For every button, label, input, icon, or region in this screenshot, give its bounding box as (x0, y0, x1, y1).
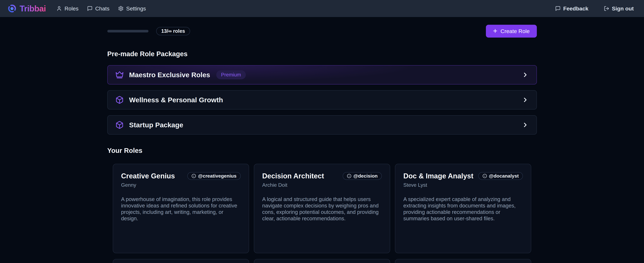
nav-item-label: Chats (95, 5, 110, 12)
sign-out-button[interactable]: Sign out (604, 5, 634, 12)
create-role-button[interactable]: + Create Role (486, 25, 537, 37)
package-icon (115, 96, 124, 104)
chat-icon (87, 6, 92, 11)
role-title: Creative Genius (121, 172, 175, 180)
main-content: 13/∞ roles + Create Role Pre-made Role P… (107, 25, 537, 263)
card-header: Decision Architect @decision (262, 172, 382, 180)
feedback-label: Feedback (563, 5, 588, 12)
roles-count-badge: 13/∞ roles (156, 27, 190, 35)
package-title: Startup Package (129, 121, 183, 129)
chevron-right-icon[interactable] (522, 121, 529, 128)
gear-icon (118, 6, 124, 11)
role-subtitle: Genny (121, 182, 241, 188)
package-icon (115, 121, 124, 129)
role-subtitle: Steve Lyst (403, 182, 523, 188)
roles-grid-next-row (107, 259, 537, 263)
role-handle: @docanalyst (489, 173, 519, 179)
role-card-decision-architect[interactable]: Decision Architect @decision Archie Doit… (254, 164, 390, 253)
package-row-wellness[interactable]: Wellness & Personal Growth (107, 90, 537, 109)
info-icon (482, 174, 487, 178)
role-card-partial[interactable] (395, 259, 531, 263)
roles-grid: Creative Genius @creativegenius Genny A … (107, 164, 537, 253)
chat-icon (555, 6, 560, 11)
create-role-label: Create Role (500, 28, 530, 34)
role-title: Decision Architect (262, 172, 324, 180)
tribbai-logo-icon (8, 4, 16, 13)
card-header: Creative Genius @creativegenius (121, 172, 241, 180)
crown-icon (115, 71, 124, 79)
package-row-startup[interactable]: Startup Package (107, 115, 537, 135)
your-roles-heading: Your Roles (107, 147, 537, 154)
role-description: A specialized expert capable of analyzin… (403, 196, 523, 222)
package-row-maestro[interactable]: Maestro Exclusive Roles Premium (107, 65, 537, 84)
premium-badge: Premium (216, 70, 246, 79)
user-icon (56, 6, 62, 11)
package-title: Maestro Exclusive Roles (129, 71, 210, 79)
feedback-button[interactable]: Feedback (555, 5, 588, 12)
chevron-right-icon[interactable] (522, 96, 529, 103)
main-nav: Roles Chats Settings (56, 5, 146, 12)
premade-packages-heading: Pre-made Role Packages (107, 50, 537, 58)
sign-out-label: Sign out (612, 5, 634, 12)
roles-toolbar: 13/∞ roles + Create Role (107, 25, 537, 37)
brand-name: Tribbai (20, 4, 46, 13)
role-card-partial[interactable] (113, 259, 249, 263)
role-description: A logical and structured guide that help… (262, 196, 382, 222)
role-handle-badge[interactable]: @creativegenius (187, 172, 240, 180)
role-subtitle: Archie Doit (262, 182, 382, 188)
role-handle-badge[interactable]: @decision (343, 172, 382, 180)
role-card-partial[interactable] (254, 259, 390, 263)
nav-item-roles[interactable]: Roles (56, 5, 78, 12)
role-handle: @creativegenius (198, 173, 236, 179)
brand[interactable]: Tribbai (8, 4, 46, 13)
package-title: Wellness & Personal Growth (129, 96, 223, 104)
top-nav: Tribbai Roles Chats Settings Feedba (0, 0, 644, 17)
role-card-creative-genius[interactable]: Creative Genius @creativegenius Genny A … (113, 164, 249, 253)
logout-icon (604, 6, 609, 11)
role-card-doc-image-analyst[interactable]: Doc & Image Analyst @docanalyst Steve Ly… (395, 164, 531, 253)
nav-right: Feedback Sign out (555, 5, 634, 12)
info-icon (192, 174, 196, 178)
card-header: Doc & Image Analyst @docanalyst (403, 172, 523, 180)
role-title: Doc & Image Analyst (403, 172, 473, 180)
roles-progress-bar (107, 30, 148, 32)
nav-item-chats[interactable]: Chats (87, 5, 110, 12)
nav-item-label: Roles (64, 5, 78, 12)
role-description: A powerhouse of imagination, this role p… (121, 196, 241, 222)
info-icon (347, 174, 352, 178)
nav-item-settings[interactable]: Settings (118, 5, 146, 12)
nav-item-label: Settings (126, 5, 146, 12)
chevron-right-icon[interactable] (522, 71, 529, 78)
role-handle: @decision (353, 173, 378, 179)
role-handle-badge[interactable]: @docanalyst (478, 172, 523, 180)
